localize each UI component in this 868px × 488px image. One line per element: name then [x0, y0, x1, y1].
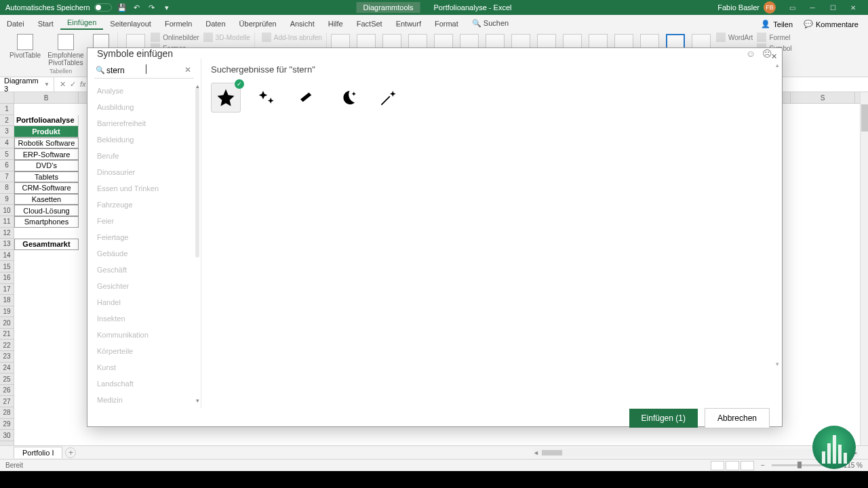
col-header[interactable]: B	[14, 92, 79, 103]
tab-datei[interactable]: Datei	[0, 18, 31, 30]
ribbon-options-icon[interactable]: ▭	[783, 1, 802, 14]
category-item[interactable]: Ausbildung	[87, 99, 201, 115]
tab-formeln[interactable]: Formeln	[158, 18, 199, 30]
category-item[interactable]: Barrierefreiheit	[87, 115, 201, 131]
icon-result-stars[interactable]	[252, 83, 281, 113]
tab-ueberpruefen[interactable]: Überprüfen	[233, 18, 283, 30]
wordart-button[interactable]: WordArt	[716, 33, 753, 42]
col-header[interactable]: S	[791, 92, 855, 103]
icon-result-telescope[interactable]	[292, 83, 322, 113]
category-item[interactable]: Körperteile	[87, 343, 201, 359]
select-all-corner[interactable]	[0, 92, 14, 104]
maximize-icon[interactable]: ☐	[823, 1, 842, 14]
icon-result-moon-star[interactable]	[333, 83, 363, 113]
category-item[interactable]: Feier	[87, 213, 201, 229]
cancel-formula-icon[interactable]: ✕	[60, 80, 66, 89]
row-header[interactable]: 17	[0, 284, 14, 296]
row-header[interactable]: 27	[0, 396, 14, 407]
row-header[interactable]: 16	[0, 272, 14, 284]
insert-button[interactable]: Einfügen (1)	[629, 409, 698, 428]
row-header[interactable]: 1	[0, 104, 14, 115]
row-header[interactable]: 24	[0, 363, 14, 374]
row-header[interactable]: 21	[0, 329, 14, 340]
row-header[interactable]: 4	[0, 138, 14, 149]
minimize-icon[interactable]: ─	[803, 1, 822, 14]
row-header[interactable]: 10	[0, 205, 14, 216]
category-item[interactable]: Berufe	[87, 148, 201, 164]
category-item[interactable]: Gebäude	[87, 245, 201, 262]
row-header[interactable]: 9	[0, 194, 14, 205]
tab-start[interactable]: Start	[31, 18, 60, 30]
tab-factset[interactable]: FactSet	[350, 18, 389, 30]
row-header[interactable]: 12	[0, 228, 14, 239]
sheet-tab[interactable]: Portfolio I	[14, 447, 62, 458]
view-pagebreak-button[interactable]	[741, 461, 754, 470]
undo-icon[interactable]: ↶	[132, 3, 142, 12]
tab-seitenlayout[interactable]: Seitenlayout	[103, 18, 158, 30]
row-header[interactable]: 23	[0, 351, 14, 363]
category-item[interactable]: Kommunikation	[87, 327, 201, 343]
row-header[interactable]: 30	[0, 430, 14, 441]
view-pagelayout-button[interactable]	[726, 461, 739, 470]
cell[interactable]: Portfolioanalyse	[14, 115, 79, 127]
category-item[interactable]: Handel	[87, 294, 201, 310]
cell[interactable]: Cloud-Lösung	[14, 205, 79, 216]
category-item[interactable]: Fahrzeuge	[87, 197, 201, 213]
smiley-icon[interactable]: ☺	[746, 48, 755, 59]
category-list[interactable]: Analyse Ausbildung Barrierefreiheit Bekl…	[87, 83, 201, 408]
redo-icon[interactable]: ↷	[147, 3, 157, 12]
tab-ansicht[interactable]: Ansicht	[283, 18, 321, 30]
results-scrollbar[interactable]: ▴ ▾	[774, 62, 781, 367]
row-header[interactable]: 13	[0, 239, 14, 250]
comments-button[interactable]: 💬 Kommentare	[800, 18, 863, 30]
row-header[interactable]: 14	[0, 250, 14, 262]
row-header[interactable]: 6	[0, 160, 14, 171]
row-header[interactable]: 29	[0, 419, 14, 430]
user-account[interactable]: Fabio Basler FB	[717, 1, 776, 14]
zoom-out-button[interactable]: −	[761, 462, 765, 469]
category-item[interactable]: Gesichter	[87, 278, 201, 294]
cell[interactable]: Produkt	[14, 126, 79, 138]
cell[interactable]: ERP-Software	[14, 148, 79, 160]
zoom-slider[interactable]	[772, 464, 826, 466]
tab-suchen[interactable]: 🔍 Suchen	[465, 17, 515, 30]
horizontal-scrollbar[interactable]: ◄ ►	[533, 449, 859, 457]
category-item[interactable]: Essen und Trinken	[87, 180, 201, 197]
category-item[interactable]: Medizin	[87, 392, 201, 408]
chart-tools-tab[interactable]: Diagrammtools	[357, 2, 420, 13]
row-header[interactable]: 22	[0, 340, 14, 351]
enter-formula-icon[interactable]: ✓	[70, 80, 76, 89]
row-header[interactable]: 25	[0, 373, 14, 385]
toggle-switch[interactable]	[94, 3, 112, 12]
category-item[interactable]: Kunst	[87, 359, 201, 375]
clear-search-button[interactable]: ✕	[184, 65, 191, 75]
tab-einfuegen[interactable]: Einfügen	[60, 16, 103, 30]
category-item[interactable]: Dinosaurier	[87, 164, 201, 180]
qat-customize-icon[interactable]: ▾	[162, 3, 172, 12]
icon-result-shooting-star[interactable]	[374, 83, 403, 113]
tab-entwurf[interactable]: Entwurf	[389, 18, 428, 30]
vertical-scrollbar[interactable]	[860, 92, 868, 445]
category-item[interactable]: Analyse	[87, 83, 201, 99]
category-item[interactable]: Feiertage	[87, 229, 201, 245]
share-button[interactable]: 👤 Teilen	[757, 18, 797, 30]
row-header[interactable]: 3	[0, 126, 14, 138]
equation-button[interactable]: Formel	[757, 33, 791, 42]
row-header[interactable]: 19	[0, 306, 14, 318]
row-header[interactable]: 11	[0, 216, 14, 228]
view-normal-button[interactable]	[711, 461, 724, 470]
cell[interactable]: Robotik Software	[14, 138, 79, 149]
icon-result-star[interactable]: ✓	[211, 83, 241, 113]
autosave-toggle[interactable]: Automatisches Speichern	[5, 3, 112, 12]
fx-icon[interactable]: fx	[80, 80, 86, 89]
pivottable-button[interactable]: PivotTable	[8, 33, 42, 60]
online-pictures-button[interactable]: Onlinebilder	[151, 33, 199, 42]
row-header[interactable]: 20	[0, 317, 14, 329]
row-header[interactable]: 7	[0, 171, 14, 183]
tab-daten[interactable]: Daten	[199, 18, 232, 30]
save-icon[interactable]: 💾	[117, 3, 127, 12]
cell[interactable]: Kasetten	[14, 194, 79, 205]
category-item[interactable]: Insekten	[87, 310, 201, 327]
cell[interactable]: DVD's	[14, 160, 79, 171]
category-item[interactable]: Bekleidung	[87, 131, 201, 148]
